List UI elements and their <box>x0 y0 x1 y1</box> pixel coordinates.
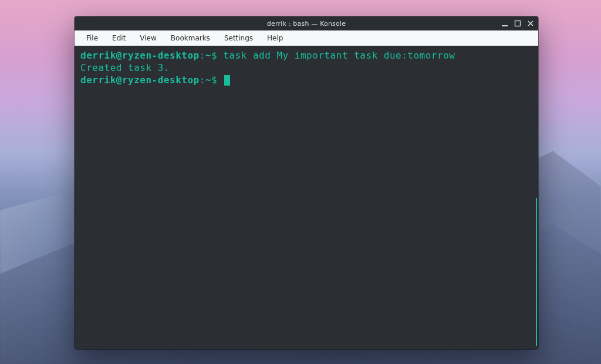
menu-view[interactable]: View <box>133 32 163 45</box>
konsole-window: derrik : bash — Konsole File Edit View B… <box>75 16 538 349</box>
prompt-path: ~ <box>205 50 211 61</box>
terminal[interactable]: derrik@ryzen-desktop:~$ task add My impo… <box>75 46 538 349</box>
close-icon[interactable] <box>526 19 535 28</box>
menu-edit[interactable]: Edit <box>105 32 133 45</box>
prompt-symbol: $ <box>211 74 217 86</box>
prompt-sep: : <box>200 50 205 61</box>
minimize-icon[interactable] <box>501 19 509 28</box>
maximize-icon[interactable] <box>514 19 522 28</box>
prompt-user-host: derrik@ryzen-desktop <box>80 50 200 61</box>
prompt-user-host: derrik@ryzen-desktop <box>80 74 200 86</box>
prompt-symbol: $ <box>211 50 217 61</box>
menu-help[interactable]: Help <box>260 32 290 45</box>
menubar: File Edit View Bookmarks Settings Help <box>75 30 538 46</box>
cursor-block <box>224 75 230 86</box>
terminal-line: derrik@ryzen-desktop:~$ <box>80 74 532 86</box>
svg-rect-1 <box>515 21 521 26</box>
terminal-output: Created task 3. <box>80 62 532 74</box>
prompt-path: ~ <box>205 74 211 86</box>
menu-settings[interactable]: Settings <box>217 32 260 45</box>
command-text: task add My important task due:tomorrow <box>223 50 455 61</box>
window-controls <box>501 16 535 30</box>
terminal-line: derrik@ryzen-desktop:~$ task add My impo… <box>80 49 532 62</box>
titlebar[interactable]: derrik : bash — Konsole <box>75 16 538 30</box>
menu-file[interactable]: File <box>79 32 105 45</box>
menu-bookmarks[interactable]: Bookmarks <box>164 32 217 45</box>
svg-rect-0 <box>502 25 508 26</box>
window-title: derrik : bash — Konsole <box>267 20 346 28</box>
scrollbar-indicator[interactable] <box>536 198 537 346</box>
prompt-sep: : <box>200 74 205 86</box>
